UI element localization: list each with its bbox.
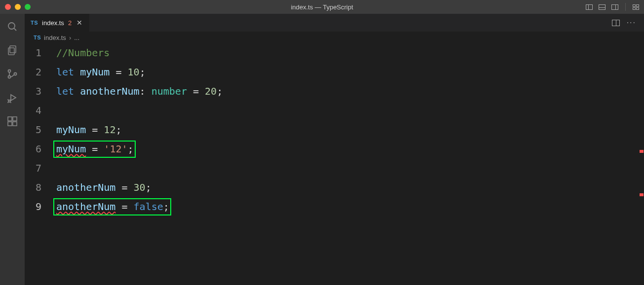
close-window-button[interactable] (5, 4, 11, 10)
search-icon[interactable] (5, 20, 19, 34)
toggle-secondary-sidebar-icon[interactable] (611, 4, 618, 10)
titlebar-layout-controls (586, 3, 639, 11)
customize-layout-icon[interactable] (633, 4, 639, 10)
svg-marker-7 (11, 95, 16, 101)
line-number: 7 (25, 159, 41, 178)
main-area: TS index.ts 2 ✕ ··· TS index.ts › ... 12… (0, 14, 644, 285)
code-content[interactable]: //Numberslet myNum = 10;let anotherNum: … (54, 43, 635, 285)
svg-line-10 (10, 100, 11, 101)
code-line[interactable]: let anotherNum: number = 20; (54, 82, 635, 101)
code-line[interactable]: anotherNum = 30; (54, 178, 635, 197)
tab-bar: TS index.ts 2 ✕ ··· (25, 14, 644, 32)
breadcrumb-filename: index.ts (44, 34, 66, 41)
code-line[interactable]: myNum = '12'; (54, 140, 635, 159)
line-number: 9 (25, 197, 41, 216)
code-line[interactable]: anotherNum = false; (54, 197, 635, 216)
svg-point-5 (8, 76, 11, 78)
svg-line-12 (10, 102, 11, 103)
tab-error-count: 2 (68, 19, 72, 27)
minimap-error-marker (640, 150, 644, 153)
run-debug-icon[interactable] (5, 91, 19, 105)
activity-bar (0, 14, 25, 285)
line-number: 4 (25, 101, 41, 120)
svg-line-11 (8, 102, 9, 103)
editor-group: TS index.ts 2 ✕ ··· TS index.ts › ... 12… (25, 14, 644, 285)
source-control-icon[interactable] (5, 67, 19, 81)
svg-point-6 (14, 73, 17, 75)
typescript-file-icon: TS (31, 20, 38, 26)
svg-line-1 (14, 28, 16, 31)
titlebar: index.ts — TypeScript (0, 0, 644, 14)
code-line[interactable] (54, 159, 635, 178)
minimize-window-button[interactable] (15, 4, 21, 10)
editor-actions: ··· (612, 14, 640, 32)
toggle-primary-sidebar-icon[interactable] (586, 4, 593, 10)
divider (625, 3, 626, 11)
svg-line-9 (8, 100, 9, 101)
line-number: 5 (25, 120, 41, 140)
line-number: 3 (25, 82, 41, 101)
code-line[interactable]: let myNum = 10; (54, 63, 635, 82)
svg-point-8 (8, 100, 10, 102)
line-number: 1 (25, 43, 41, 63)
code-editor[interactable]: 123456789 //Numberslet myNum = 10;let an… (25, 43, 644, 285)
svg-rect-16 (13, 117, 17, 121)
window-title: index.ts — TypeScript (0, 3, 644, 11)
svg-rect-2 (10, 46, 16, 53)
window-controls (5, 4, 31, 10)
explorer-icon[interactable] (5, 43, 19, 57)
chevron-right-icon: › (69, 34, 71, 41)
extensions-icon[interactable] (5, 114, 19, 128)
code-line[interactable]: myNum = 12; (54, 120, 635, 140)
breadcrumb[interactable]: TS index.ts › ... (25, 32, 644, 43)
minimap-error-marker (640, 193, 644, 196)
svg-rect-15 (13, 122, 17, 126)
tab-filename: index.ts (42, 19, 64, 27)
typescript-file-icon: TS (34, 35, 41, 40)
breadcrumb-more: ... (74, 34, 79, 41)
line-number-gutter: 123456789 (25, 43, 54, 285)
more-actions-icon[interactable]: ··· (627, 19, 636, 27)
minimap[interactable] (635, 43, 644, 285)
line-number: 6 (25, 140, 41, 159)
close-tab-icon[interactable]: ✕ (76, 18, 83, 28)
svg-rect-14 (8, 122, 12, 126)
tab-index-ts[interactable]: TS index.ts 2 ✕ (25, 14, 90, 32)
line-number: 8 (25, 178, 41, 197)
svg-rect-3 (8, 48, 14, 55)
svg-point-4 (8, 70, 11, 72)
svg-rect-13 (8, 117, 12, 121)
code-line[interactable]: //Numbers (54, 43, 635, 63)
fullscreen-window-button[interactable] (25, 4, 31, 10)
line-number: 2 (25, 63, 41, 82)
toggle-panel-icon[interactable] (599, 4, 606, 10)
svg-point-0 (8, 23, 15, 29)
code-line[interactable] (54, 101, 635, 120)
split-editor-icon[interactable] (612, 20, 620, 26)
